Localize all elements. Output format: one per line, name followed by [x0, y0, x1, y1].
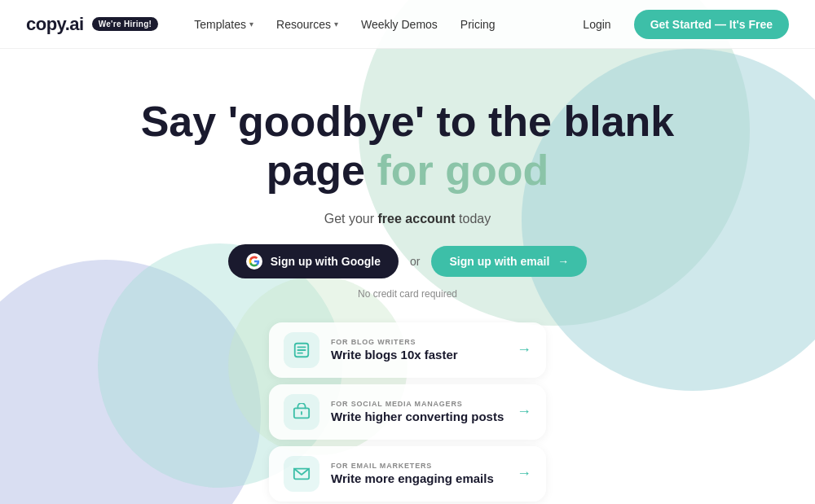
logo[interactable]: copy.ai We're Hiring!	[26, 14, 158, 35]
nav-pricing-label: Pricing	[460, 18, 496, 31]
blog-icon-wrap	[284, 332, 319, 368]
blog-feature-title: Write blogs 10x faster	[331, 348, 505, 362]
blog-arrow-icon: →	[517, 341, 531, 358]
arrow-icon: →	[557, 255, 569, 268]
login-button[interactable]: Login	[573, 13, 620, 36]
nav-right: Login Get Started — It's Free	[573, 10, 789, 39]
or-divider: or	[410, 255, 420, 268]
social-icon	[293, 403, 311, 421]
email-icon-wrap	[284, 456, 319, 492]
navbar: copy.ai We're Hiring! Templates ▾ Resour…	[0, 0, 815, 49]
nav-resources[interactable]: Resources ▾	[267, 13, 348, 36]
blog-category-label: For Blog Writers	[331, 338, 505, 346]
social-arrow-icon: →	[517, 403, 531, 420]
main-content: Say 'goodbye' to the blank page for good…	[0, 49, 815, 502]
hero-subtitle-bold: free account	[378, 212, 456, 226]
social-feature-title: Write higher converting posts	[331, 410, 505, 423]
hero-subtitle-prefix: Get your	[324, 212, 378, 226]
feature-card-blog[interactable]: For Blog Writers Write blogs 10x faster …	[269, 322, 546, 378]
google-icon	[246, 253, 262, 270]
hero-title-line1: Say 'goodbye' to the blank	[141, 98, 675, 145]
nav-resources-label: Resources	[276, 18, 331, 31]
nav-templates-label: Templates	[194, 18, 246, 31]
hero-subtitle-suffix: today	[456, 212, 491, 226]
cta-row: Sign up with Google or Sign up with emai…	[228, 244, 588, 278]
email-arrow-icon: →	[517, 465, 531, 482]
social-category-label: For Social Media Managers	[331, 400, 505, 408]
email-signup-label: Sign up with email	[449, 255, 549, 268]
blog-icon	[293, 341, 311, 359]
google-signup-label: Sign up with Google	[271, 255, 381, 268]
feature-card-social[interactable]: For Social Media Managers Write higher c…	[269, 384, 546, 440]
chevron-down-icon: ▾	[249, 20, 253, 28]
email-feature-title: Write more engaging emails	[331, 471, 505, 485]
social-icon-wrap	[284, 394, 319, 430]
hiring-badge: We're Hiring!	[92, 17, 159, 31]
email-category-label: For Email Marketers	[331, 462, 505, 470]
google-signup-button[interactable]: Sign up with Google	[228, 244, 399, 278]
feature-card-email[interactable]: For Email Marketers Write more engaging …	[269, 446, 546, 502]
hero-title-line2-main: page	[267, 147, 377, 194]
logo-text: copy.ai	[26, 14, 84, 35]
nav-weekly-demos[interactable]: Weekly Demos	[351, 13, 447, 36]
feature-cards: For Blog Writers Write blogs 10x faster …	[269, 322, 546, 502]
nav-pricing[interactable]: Pricing	[451, 13, 505, 36]
social-feature-text: For Social Media Managers Write higher c…	[331, 400, 505, 423]
nav-links: Templates ▾ Resources ▾ Weekly Demos Pri…	[184, 13, 573, 36]
blog-feature-text: For Blog Writers Write blogs 10x faster	[331, 338, 505, 362]
hero-title-accent: for good	[377, 147, 548, 194]
email-feature-text: For Email Marketers Write more engaging …	[331, 462, 505, 485]
hero-subtitle: Get your free account today	[324, 212, 491, 226]
email-icon	[293, 465, 311, 483]
nav-templates[interactable]: Templates ▾	[184, 13, 263, 36]
nav-weekly-demos-label: Weekly Demos	[361, 18, 438, 31]
hero-title: Say 'goodbye' to the blank page for good	[141, 98, 675, 195]
no-credit-card-text: No credit card required	[358, 288, 457, 300]
chevron-down-icon: ▾	[334, 20, 338, 28]
get-started-button[interactable]: Get Started — It's Free	[634, 10, 789, 39]
email-signup-button[interactable]: Sign up with email →	[431, 246, 587, 277]
